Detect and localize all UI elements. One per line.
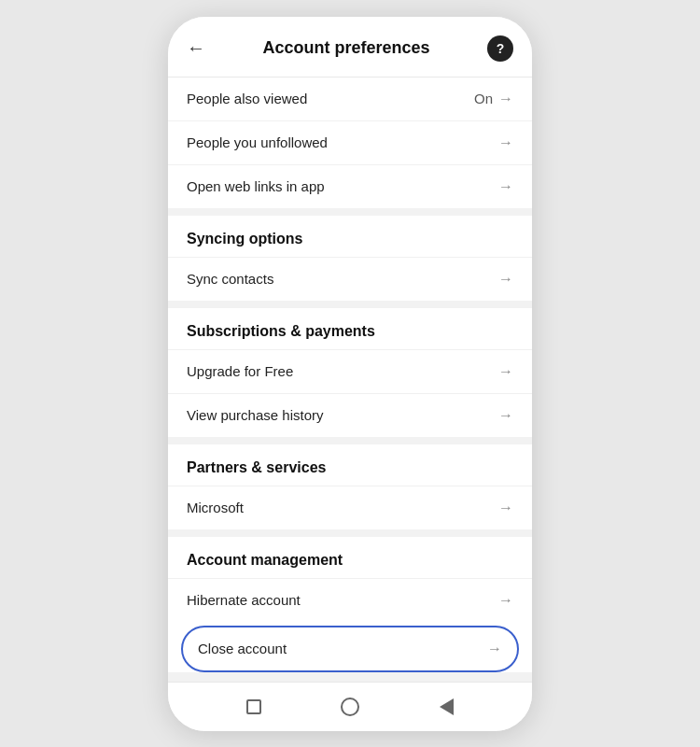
nav-home-button[interactable]: [339, 696, 361, 718]
menu-label-purchase-history: View purchase history: [187, 407, 323, 423]
menu-item-people-also-viewed[interactable]: People also viewed On →: [168, 78, 532, 120]
section-subscriptions: Subscriptions & payments Upgrade for Fre…: [168, 308, 532, 437]
header: ← Account preferences ?: [168, 17, 532, 78]
section-header-partners: Partners & services: [168, 444, 532, 486]
menu-value-people-also-viewed: On: [474, 91, 493, 106]
menu-label-people-unfollowed: People you unfollowed: [187, 134, 328, 150]
page-title: Account preferences: [262, 38, 429, 58]
menu-label-open-web-links: Open web links in app: [187, 178, 325, 194]
menu-item-microsoft[interactable]: Microsoft →: [168, 486, 532, 529]
menu-label-microsoft: Microsoft: [187, 500, 244, 515]
menu-item-sync-contacts[interactable]: Sync contacts →: [168, 257, 532, 301]
arrow-icon-purchase-history: →: [498, 407, 513, 424]
section-partners: Partners & services Microsoft →: [168, 444, 532, 529]
screen: ← Account preferences ? People also view…: [168, 17, 532, 731]
arrow-icon-hibernate-account: →: [498, 592, 513, 609]
menu-item-upgrade-free[interactable]: Upgrade for Free →: [168, 349, 532, 393]
arrow-icon-upgrade-free: →: [498, 363, 513, 380]
menu-label-people-also-viewed: People also viewed: [187, 91, 307, 106]
menu-label-sync-contacts: Sync contacts: [187, 271, 273, 287]
section-header-account-management: Account management: [168, 537, 532, 578]
square-icon: [246, 699, 261, 714]
help-button[interactable]: ?: [487, 35, 513, 62]
close-account-button[interactable]: Close account →: [181, 626, 519, 672]
content-area: People also viewed On → People you unfol…: [168, 78, 532, 682]
section-syncing: Syncing options Sync contacts →: [168, 216, 532, 301]
section-general: People also viewed On → People you unfol…: [168, 78, 532, 208]
menu-label-upgrade-free: Upgrade for Free: [187, 363, 293, 379]
back-button[interactable]: ←: [187, 37, 205, 59]
menu-item-people-unfollowed[interactable]: People you unfollowed →: [168, 120, 532, 164]
menu-item-hibernate-account[interactable]: Hibernate account →: [168, 578, 532, 622]
section-header-subscriptions: Subscriptions & payments: [168, 308, 532, 349]
arrow-icon-people-also-viewed: →: [498, 91, 513, 107]
arrow-icon-people-unfollowed: →: [498, 134, 513, 151]
menu-label-hibernate-account: Hibernate account: [187, 592, 301, 608]
nav-square-button[interactable]: [243, 696, 265, 718]
arrow-icon-open-web-links: →: [498, 178, 513, 195]
nav-back-button[interactable]: [435, 696, 457, 718]
bottom-nav: [168, 682, 532, 731]
circle-icon: [341, 698, 359, 716]
phone-frame: ← Account preferences ? People also view…: [168, 17, 532, 731]
arrow-icon-close-account: →: [487, 641, 502, 657]
close-account-label: Close account: [198, 641, 287, 656]
section-account-management: Account management Hibernate account → C…: [168, 537, 532, 672]
arrow-icon-sync-contacts: →: [498, 271, 513, 288]
triangle-icon: [440, 698, 454, 715]
arrow-icon-microsoft: →: [498, 500, 513, 516]
section-header-syncing: Syncing options: [168, 216, 532, 257]
menu-item-open-web-links[interactable]: Open web links in app →: [168, 164, 532, 208]
menu-item-purchase-history[interactable]: View purchase history →: [168, 393, 532, 437]
